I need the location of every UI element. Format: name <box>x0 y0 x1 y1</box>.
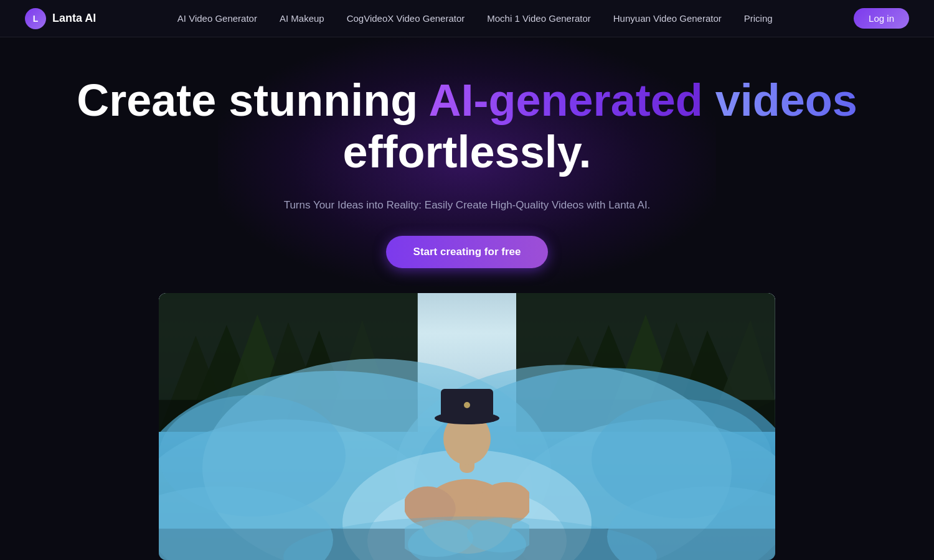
hero-title-gradient: AI-generated <box>429 75 703 125</box>
hero-subtitle: Turns Your Ideas into Reality: Easily Cr… <box>0 197 934 213</box>
hero-content: Create stunning AI-generated videos effo… <box>0 37 934 268</box>
logo-area[interactable]: L Lanta AI <box>25 8 96 29</box>
svg-point-34 <box>464 402 470 408</box>
hero-title-blue: videos <box>715 75 857 125</box>
brand-name: Lanta AI <box>52 12 96 25</box>
hero-title-line2: effortlessly. <box>343 127 592 177</box>
nav-link-ai-video-generator[interactable]: AI Video Generator <box>177 13 257 24</box>
nav-links: AI Video Generator AI Makeup CogVideoX V… <box>177 13 773 24</box>
nav-link-hunyuan[interactable]: Hunyuan Video Generator <box>613 13 722 24</box>
hero-section: Create stunning AI-generated videos effo… <box>0 37 934 560</box>
login-button[interactable]: Log in <box>854 8 909 29</box>
nav-link-cogvideox[interactable]: CogVideoX Video Generator <box>347 13 465 24</box>
hero-title-part1: Create stunning <box>77 75 428 125</box>
svg-point-40 <box>283 516 657 560</box>
scene <box>159 293 775 560</box>
navbar: L Lanta AI AI Video Generator AI Makeup … <box>0 0 934 37</box>
hero-title: Create stunning AI-generated videos effo… <box>0 75 934 178</box>
smoke-foreground-svg <box>159 453 775 560</box>
nav-link-ai-makeup[interactable]: AI Makeup <box>280 13 324 24</box>
video-preview <box>159 293 775 560</box>
hero-title-space <box>703 75 715 125</box>
logo-icon: L <box>25 8 46 29</box>
nav-link-pricing[interactable]: Pricing <box>744 13 773 24</box>
nav-link-mochi[interactable]: Mochi 1 Video Generator <box>487 13 591 24</box>
cta-button[interactable]: Start creating for free <box>386 236 549 268</box>
